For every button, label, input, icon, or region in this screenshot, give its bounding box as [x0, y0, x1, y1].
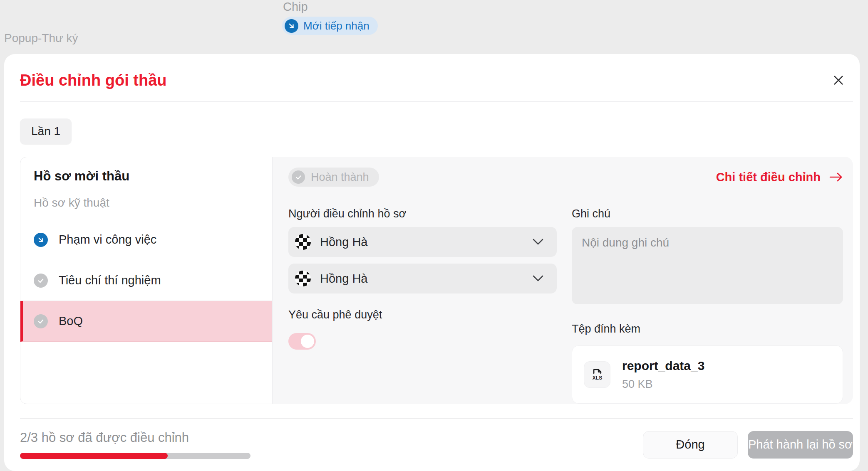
arrow-down-right-icon: [34, 233, 48, 247]
sidebar-item-tieu-chi-thi-nghiem[interactable]: Tiêu chí thí nghiệm: [20, 260, 272, 301]
chevron-down-icon: [532, 274, 544, 283]
approval-toggle[interactable]: [288, 333, 316, 350]
form-grid: Người điều chỉnh hồ sơ Hồng Hà Hồng Hà: [288, 207, 843, 404]
sidebar-item-label: Tiêu chí thí nghiệm: [59, 274, 161, 287]
documents-sidebar: Hồ sơ mời thầu Hồ sơ kỹ thuật Phạm vi cô…: [20, 157, 273, 404]
adjuster-label: Người điều chỉnh hồ sơ: [288, 207, 557, 220]
sidebar-list: Phạm vi công việc Tiêu chí thí nghiệm: [20, 219, 272, 342]
progress-bar: [20, 453, 250, 459]
chevron-down-icon: [532, 238, 544, 246]
tab-round-1[interactable]: Lần 1: [20, 118, 72, 144]
progress-block: 2/3 hồ sơ đã được điều chỉnh: [20, 430, 250, 459]
note-label: Ghi chú: [572, 207, 843, 220]
modal-title: Điều chỉnh gói thầu: [20, 72, 167, 89]
attachment-size: 50 KB: [622, 378, 704, 391]
republish-button[interactable]: Phát hành lại hồ sơ: [748, 431, 853, 459]
status-chip-moi-tiep-nhan[interactable]: Mới tiếp nhận: [282, 17, 378, 35]
adjuster-select-2-value: Hồng Hà: [320, 272, 523, 286]
check-icon: [34, 314, 48, 328]
status-badge: Hoàn thành: [288, 168, 379, 187]
round-tabs: Lần 1: [4, 102, 860, 144]
status-badge-label: Hoàn thành: [311, 171, 369, 184]
arrow-down-right-icon: [285, 19, 298, 33]
sidebar-item-label: BoQ: [59, 314, 83, 328]
footer-divider: [20, 418, 853, 419]
xls-file-icon: XLS: [584, 361, 610, 388]
arrow-right-icon: [829, 172, 843, 182]
check-icon: [292, 170, 305, 184]
modal-footer: 2/3 hồ sơ đã được điều chỉnh Đóng Phát h…: [4, 430, 860, 459]
sidebar-title: Hồ sơ mời thầu: [34, 169, 272, 184]
note-input[interactable]: [572, 227, 843, 304]
avatar: [295, 234, 311, 250]
sidebar-item-label: Phạm vi công việc: [59, 233, 156, 247]
close-button[interactable]: [829, 71, 848, 90]
sidebar-item-boq[interactable]: BoQ: [20, 301, 272, 342]
attachment-label: Tệp đính kèm: [572, 323, 843, 335]
backdrop-chip-label: Chip: [283, 0, 308, 14]
sidebar-item-pham-vi-cong-viec[interactable]: Phạm vi công việc: [20, 219, 272, 260]
footer-buttons: Đóng Phát hành lại hồ sơ: [643, 431, 853, 459]
detail-link-label: Chi tiết điều chỉnh: [716, 170, 821, 184]
detail-link[interactable]: Chi tiết điều chỉnh: [716, 170, 843, 184]
progress-bar-fill: [20, 453, 168, 459]
adjuster-select-1-value: Hồng Hà: [320, 235, 523, 249]
modal-body: Hồ sơ mời thầu Hồ sơ kỹ thuật Phạm vi cô…: [20, 157, 853, 404]
progress-text: 2/3 hồ sơ đã được điều chỉnh: [20, 430, 250, 445]
attachment-card[interactable]: XLS report_data_3 50 KB: [572, 345, 843, 404]
backdrop-caption: Popup-Thư ký: [4, 32, 78, 45]
status-chip-label: Mới tiếp nhận: [303, 20, 370, 32]
svg-text:XLS: XLS: [593, 375, 602, 381]
attachment-name: report_data_3: [622, 359, 704, 373]
detail-panel: Hoàn thành Chi tiết điều chỉnh Người điề…: [273, 157, 853, 404]
approval-label: Yêu cầu phê duyệt: [288, 308, 557, 321]
check-icon: [34, 274, 48, 288]
form-right-column: Ghi chú Tệp đính kèm XLS report_da: [572, 207, 843, 404]
adjust-bid-package-modal: Điều chỉnh gói thầu Lần 1 Hồ sơ mời thầu…: [4, 54, 860, 471]
close-modal-button[interactable]: Đóng: [643, 431, 738, 459]
panel-top-row: Hoàn thành Chi tiết điều chỉnh: [288, 168, 843, 187]
modal-header: Điều chỉnh gói thầu: [4, 54, 860, 101]
sidebar-subtitle: Hồ sơ kỹ thuật: [34, 196, 272, 210]
adjuster-select-2[interactable]: Hồng Hà: [288, 264, 557, 293]
adjuster-select-1[interactable]: Hồng Hà: [288, 227, 557, 257]
close-icon: [832, 74, 845, 87]
avatar: [295, 271, 311, 286]
form-left-column: Người điều chỉnh hồ sơ Hồng Hà Hồng Hà: [288, 207, 557, 404]
toggle-knob: [301, 335, 314, 348]
